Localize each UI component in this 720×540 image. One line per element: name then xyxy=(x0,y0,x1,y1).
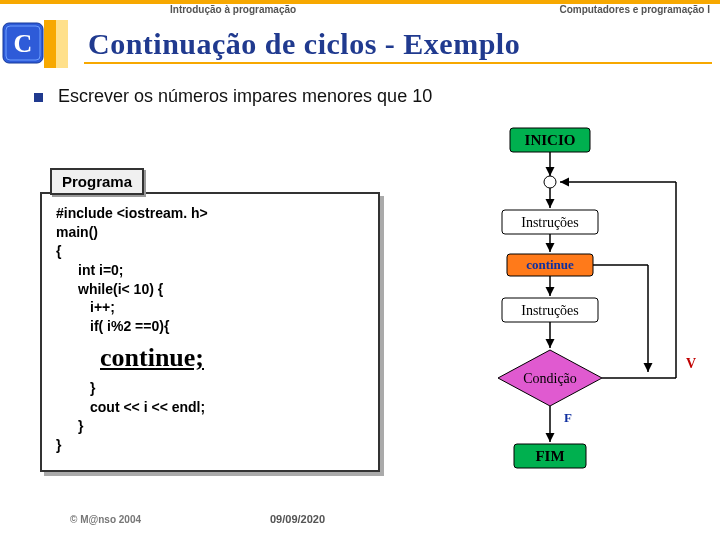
code-line: i++; xyxy=(56,298,364,317)
header: Introdução à programação Computadores e … xyxy=(0,4,720,20)
program-label: Programa xyxy=(50,168,144,195)
flow-end: FIM xyxy=(535,448,564,464)
flow-instr1: Instruções xyxy=(521,215,579,230)
flowchart: INICIO Instruções continue Instruções Co… xyxy=(410,120,710,500)
code-line: } xyxy=(56,436,364,455)
flow-f: F xyxy=(564,410,572,425)
code-line: while(i< 10) { xyxy=(56,280,364,299)
flow-v: V xyxy=(686,356,696,371)
flow-instr2: Instruções xyxy=(521,303,579,318)
code-line: cout << i << endl; xyxy=(56,398,364,417)
svg-text:C: C xyxy=(14,29,33,58)
header-right: Computadores e programação I xyxy=(559,4,710,15)
code-line: } xyxy=(56,417,364,436)
title-band: Continuação de ciclos - Exemplo xyxy=(44,20,720,68)
code-line: { xyxy=(56,242,364,261)
code-line: int i=0; xyxy=(56,261,364,280)
code-line: main() xyxy=(56,223,364,242)
body-text: Escrever os números impares menores que … xyxy=(58,86,432,107)
flow-cond: Condição xyxy=(523,371,577,386)
code-continue: continue; xyxy=(100,340,364,375)
accent-bar-light-icon xyxy=(56,20,68,68)
footer-copyright: © M@nso 2004 xyxy=(70,514,141,525)
bullet-icon xyxy=(34,93,43,102)
code-line: #include <iostream. h> xyxy=(56,204,364,223)
code-box: #include <iostream. h> main() { int i=0;… xyxy=(40,192,380,472)
code-line: if( i%2 ==0){ xyxy=(56,317,364,336)
slide-title: Continuação de ciclos - Exemplo xyxy=(88,27,520,61)
logo-icon: C xyxy=(2,22,44,64)
svg-point-5 xyxy=(544,176,556,188)
flow-continue: continue xyxy=(526,257,574,272)
accent-bar-icon xyxy=(44,20,56,68)
header-left: Introdução à programação xyxy=(170,4,296,15)
footer-date: 09/09/2020 xyxy=(270,513,325,525)
code-line: } xyxy=(56,379,364,398)
title-bars xyxy=(44,20,68,68)
title-underline xyxy=(84,62,712,64)
flow-start: INICIO xyxy=(525,132,576,148)
